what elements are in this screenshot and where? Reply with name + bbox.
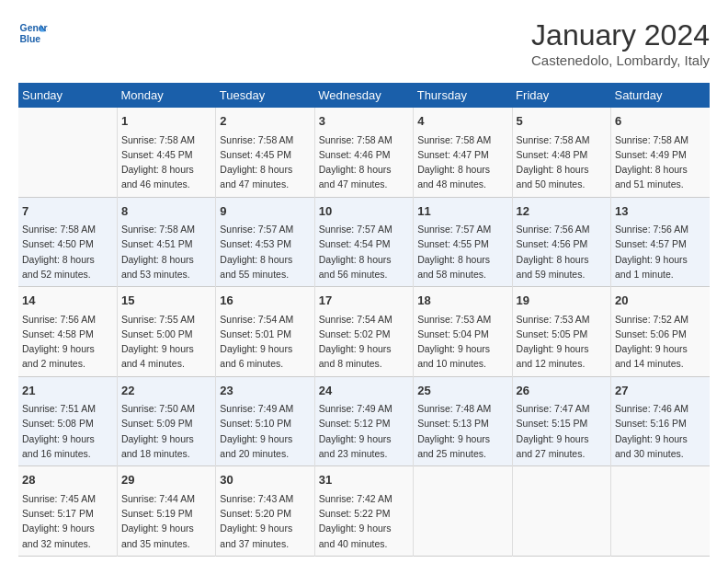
day-number: 27 [615,382,706,400]
calendar-cell: 24Sunrise: 7:49 AMSunset: 5:12 PMDayligh… [314,376,413,466]
calendar-cell: 5Sunrise: 7:58 AMSunset: 4:48 PMDaylight… [512,108,610,197]
calendar-cell: 28Sunrise: 7:45 AMSunset: 5:17 PMDayligh… [18,466,117,557]
day-number: 21 [22,382,113,400]
month-title: January 2024 [531,18,710,52]
day-number: 4 [417,112,507,131]
calendar-cell: 23Sunrise: 7:49 AMSunset: 5:10 PMDayligh… [216,376,314,466]
day-number: 26 [517,382,607,400]
day-number: 17 [319,292,409,310]
day-info: Sunrise: 7:58 AMSunset: 4:45 PMDaylight:… [220,132,310,192]
day-info: Sunrise: 7:52 AMSunset: 5:06 PMDaylight:… [615,312,706,372]
week-row-3: 14Sunrise: 7:56 AMSunset: 4:58 PMDayligh… [18,287,710,377]
day-number: 1 [121,112,211,131]
day-number: 8 [121,202,211,221]
day-info: Sunrise: 7:54 AMSunset: 5:01 PMDaylight:… [220,312,310,372]
day-info: Sunrise: 7:57 AMSunset: 4:55 PMDaylight:… [417,222,507,282]
calendar-cell: 11Sunrise: 7:57 AMSunset: 4:55 PMDayligh… [414,197,512,287]
day-info: Sunrise: 7:56 AMSunset: 4:56 PMDaylight:… [517,222,607,282]
col-header-thursday: Thursday [414,83,512,108]
day-info: Sunrise: 7:56 AMSunset: 4:57 PMDaylight:… [615,222,706,282]
col-header-wednesday: Wednesday [314,83,413,108]
day-number: 30 [220,471,310,489]
calendar-table: SundayMondayTuesdayWednesdayThursdayFrid… [18,83,710,557]
calendar-cell: 31Sunrise: 7:42 AMSunset: 5:22 PMDayligh… [314,466,413,557]
calendar-cell [414,466,512,557]
day-info: Sunrise: 7:50 AMSunset: 5:09 PMDaylight:… [121,401,211,461]
week-row-4: 21Sunrise: 7:51 AMSunset: 5:08 PMDayligh… [18,376,710,466]
day-number: 9 [220,202,310,221]
day-number: 19 [517,292,607,310]
day-info: Sunrise: 7:57 AMSunset: 4:54 PMDaylight:… [319,222,409,282]
day-number: 25 [417,382,507,400]
day-number: 6 [615,112,706,131]
calendar-cell: 25Sunrise: 7:48 AMSunset: 5:13 PMDayligh… [414,376,512,466]
day-info: Sunrise: 7:44 AMSunset: 5:19 PMDaylight:… [121,491,211,551]
day-info: Sunrise: 7:49 AMSunset: 5:10 PMDaylight:… [220,401,310,461]
calendar-cell [18,108,117,197]
day-number: 14 [22,292,113,310]
day-number: 10 [319,202,409,221]
day-info: Sunrise: 7:58 AMSunset: 4:50 PMDaylight:… [22,222,113,282]
col-header-monday: Monday [117,83,215,108]
day-number: 5 [517,112,607,131]
calendar-cell: 1Sunrise: 7:58 AMSunset: 4:45 PMDaylight… [117,108,215,197]
day-number: 23 [220,382,310,400]
title-block: January 2024 Castenedolo, Lombardy, Ital… [531,18,710,68]
calendar-cell: 2Sunrise: 7:58 AMSunset: 4:45 PMDaylight… [216,108,314,197]
day-number: 18 [417,292,507,310]
day-number: 7 [22,202,113,221]
svg-text:Blue: Blue [20,34,41,44]
col-header-tuesday: Tuesday [216,83,314,108]
day-number: 22 [121,382,211,400]
calendar-cell: 17Sunrise: 7:54 AMSunset: 5:02 PMDayligh… [314,287,413,377]
page-header: General Blue January 2024 Castenedolo, L… [18,18,710,68]
day-number: 16 [220,292,310,310]
day-number: 20 [615,292,706,310]
day-info: Sunrise: 7:51 AMSunset: 5:08 PMDaylight:… [22,401,113,461]
calendar-cell [512,466,610,557]
calendar-cell: 26Sunrise: 7:47 AMSunset: 5:15 PMDayligh… [512,376,610,466]
day-number: 15 [121,292,211,310]
day-info: Sunrise: 7:47 AMSunset: 5:15 PMDaylight:… [517,401,607,461]
day-number: 28 [22,471,113,489]
calendar-cell: 27Sunrise: 7:46 AMSunset: 5:16 PMDayligh… [611,376,710,466]
day-info: Sunrise: 7:55 AMSunset: 5:00 PMDaylight:… [121,312,211,372]
day-info: Sunrise: 7:45 AMSunset: 5:17 PMDaylight:… [22,491,113,551]
col-header-saturday: Saturday [611,83,710,108]
day-info: Sunrise: 7:43 AMSunset: 5:20 PMDaylight:… [220,491,310,551]
calendar-cell: 6Sunrise: 7:58 AMSunset: 4:49 PMDaylight… [611,108,710,197]
calendar-cell [611,466,710,557]
day-info: Sunrise: 7:56 AMSunset: 4:58 PMDaylight:… [22,312,113,372]
day-info: Sunrise: 7:58 AMSunset: 4:48 PMDaylight:… [517,132,607,192]
day-info: Sunrise: 7:42 AMSunset: 5:22 PMDaylight:… [319,491,409,551]
day-info: Sunrise: 7:54 AMSunset: 5:02 PMDaylight:… [319,312,409,372]
calendar-header-row: SundayMondayTuesdayWednesdayThursdayFrid… [18,83,710,108]
week-row-1: 1Sunrise: 7:58 AMSunset: 4:45 PMDaylight… [18,108,710,197]
week-row-2: 7Sunrise: 7:58 AMSunset: 4:50 PMDaylight… [18,197,710,287]
calendar-cell: 10Sunrise: 7:57 AMSunset: 4:54 PMDayligh… [314,197,413,287]
logo-icon: General Blue [18,18,48,48]
day-info: Sunrise: 7:58 AMSunset: 4:46 PMDaylight:… [319,132,409,192]
day-number: 24 [319,382,409,400]
calendar-cell: 22Sunrise: 7:50 AMSunset: 5:09 PMDayligh… [117,376,215,466]
day-info: Sunrise: 7:53 AMSunset: 5:04 PMDaylight:… [417,312,507,372]
day-info: Sunrise: 7:58 AMSunset: 4:47 PMDaylight:… [417,132,507,192]
calendar-cell: 3Sunrise: 7:58 AMSunset: 4:46 PMDaylight… [314,108,413,197]
col-header-friday: Friday [512,83,610,108]
day-number: 2 [220,112,310,131]
day-info: Sunrise: 7:57 AMSunset: 4:53 PMDaylight:… [220,222,310,282]
calendar-cell: 16Sunrise: 7:54 AMSunset: 5:01 PMDayligh… [216,287,314,377]
calendar-cell: 20Sunrise: 7:52 AMSunset: 5:06 PMDayligh… [611,287,710,377]
day-info: Sunrise: 7:58 AMSunset: 4:51 PMDaylight:… [121,222,211,282]
calendar-cell: 12Sunrise: 7:56 AMSunset: 4:56 PMDayligh… [512,197,610,287]
calendar-cell: 8Sunrise: 7:58 AMSunset: 4:51 PMDaylight… [117,197,215,287]
day-info: Sunrise: 7:48 AMSunset: 5:13 PMDaylight:… [417,401,507,461]
calendar-cell: 21Sunrise: 7:51 AMSunset: 5:08 PMDayligh… [18,376,117,466]
calendar-cell: 13Sunrise: 7:56 AMSunset: 4:57 PMDayligh… [611,197,710,287]
calendar-cell: 4Sunrise: 7:58 AMSunset: 4:47 PMDaylight… [414,108,512,197]
col-header-sunday: Sunday [18,83,117,108]
day-number: 13 [615,202,706,221]
day-number: 12 [517,202,607,221]
calendar-cell: 19Sunrise: 7:53 AMSunset: 5:05 PMDayligh… [512,287,610,377]
logo: General Blue [18,18,48,48]
